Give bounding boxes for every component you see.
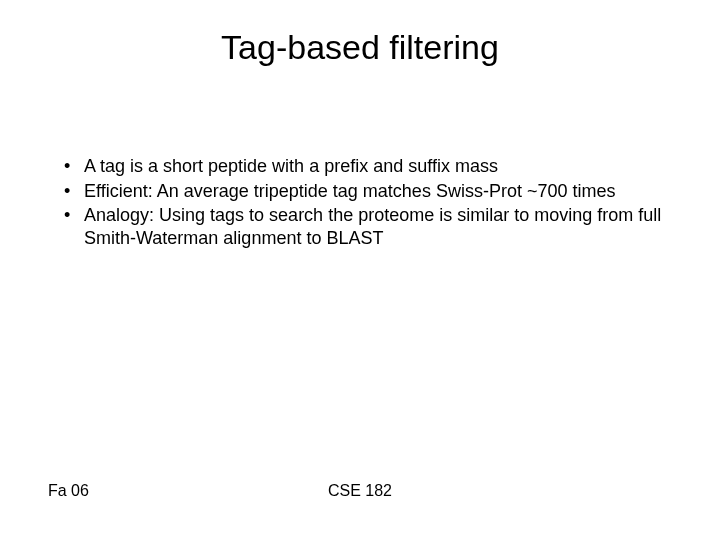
- slide: Tag-based filtering A tag is a short pep…: [0, 0, 720, 540]
- bullet-item: A tag is a short peptide with a prefix a…: [60, 155, 680, 178]
- slide-body: A tag is a short peptide with a prefix a…: [60, 155, 680, 251]
- bullet-item: Efficient: An average tripeptide tag mat…: [60, 180, 680, 203]
- slide-title: Tag-based filtering: [0, 0, 720, 67]
- footer-center: CSE 182: [0, 482, 720, 500]
- bullet-list: A tag is a short peptide with a prefix a…: [60, 155, 680, 249]
- bullet-item: Analogy: Using tags to search the proteo…: [60, 204, 680, 249]
